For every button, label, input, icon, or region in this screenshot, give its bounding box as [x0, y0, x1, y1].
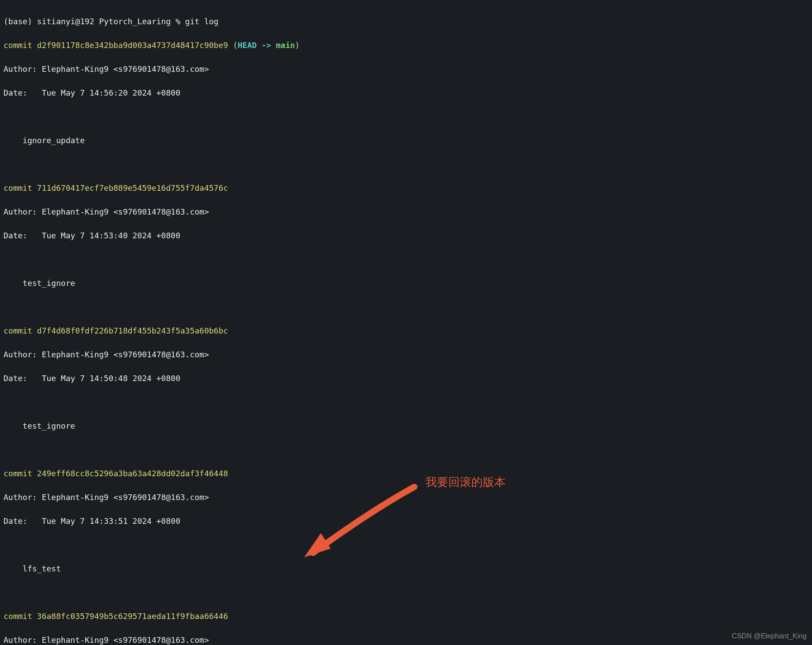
- head-ref: HEAD ->: [238, 41, 276, 50]
- commit-line-1: commit 711d670417ecf7eb889e5459e16d755f7…: [4, 182, 808, 194]
- terminal-output: (base) sitianyi@192 Pytorch_Learing % gi…: [4, 4, 808, 645]
- commit-message-1: test_ignore: [4, 277, 808, 289]
- blank-line: [4, 301, 808, 313]
- commit-line-4: commit 36a88fc0357949b5c629571aeda11f9fb…: [4, 610, 808, 622]
- commit-line-2: commit d7f4d68f0fdf226b718df455b243f5a35…: [4, 325, 808, 337]
- blank-line: [4, 253, 808, 265]
- author-line-1: Author: Elephant-King9 <s976901478@163.c…: [4, 206, 808, 218]
- prompt-line: (base) sitianyi@192 Pytorch_Learing % gi…: [4, 15, 808, 27]
- blank-line: [4, 158, 808, 170]
- date-line-1: Date: Tue May 7 14:53:40 2024 +0800: [4, 230, 808, 241]
- date-line-3: Date: Tue May 7 14:33:51 2024 +0800: [4, 515, 808, 527]
- annotation-label: 我要回滚的版本: [425, 474, 506, 491]
- main-ref: main: [276, 41, 295, 50]
- watermark: CSDN @Elephant_King: [732, 631, 807, 641]
- blank-line: [4, 396, 808, 408]
- author-line-0: Author: Elephant-King9 <s976901478@163.c…: [4, 63, 808, 75]
- commit-line-0: commit d2f901178c8e342bba9d003a4737d4841…: [4, 39, 808, 51]
- date-line-2: Date: Tue May 7 14:50:48 2024 +0800: [4, 372, 808, 384]
- author-line-4: Author: Elephant-King9 <s976901478@163.c…: [4, 634, 808, 645]
- blank-line: [4, 111, 808, 122]
- author-line-2: Author: Elephant-King9 <s976901478@163.c…: [4, 348, 808, 360]
- blank-line: [4, 586, 808, 598]
- blank-line: [4, 539, 808, 551]
- commit-message-2: test_ignore: [4, 420, 808, 432]
- commit-message-0: ignore_update: [4, 134, 808, 146]
- date-line-0: Date: Tue May 7 14:56:20 2024 +0800: [4, 87, 808, 99]
- commit-message-3: lfs_test: [4, 563, 808, 575]
- prompt-text: (base) sitianyi@192 Pytorch_Learing % gi…: [4, 17, 219, 26]
- author-line-3: Author: Elephant-King9 <s976901478@163.c…: [4, 491, 808, 503]
- commit-line-3: commit 249eff68cc8c5296a3ba63a428dd02daf…: [4, 467, 808, 479]
- blank-line: [4, 444, 808, 456]
